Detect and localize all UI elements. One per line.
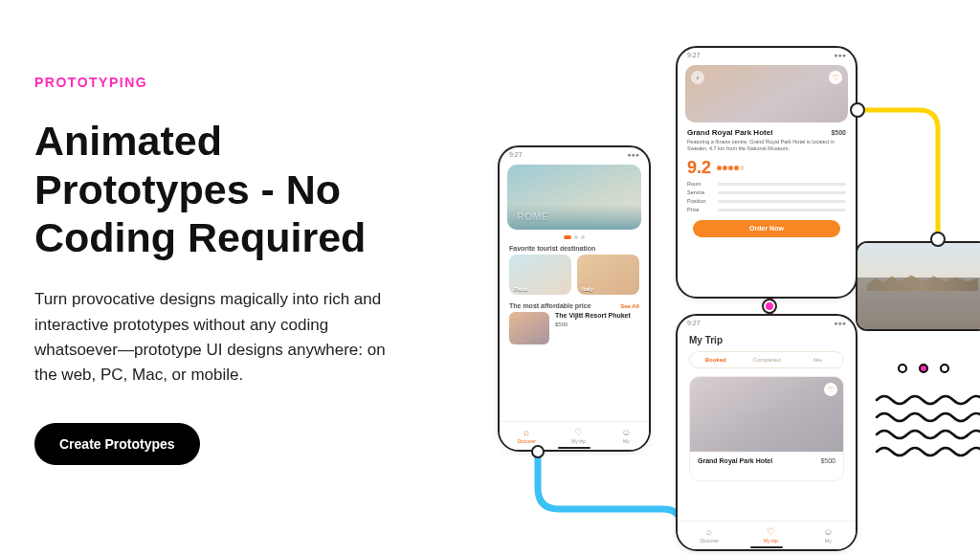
tab-bar: ⌕Discover ♡My trip ☺My	[500, 421, 649, 450]
status-time: 9:27	[687, 52, 701, 58]
tab-discover: ⌕Discover	[701, 527, 719, 544]
param-position-label: Position	[687, 198, 712, 204]
mock-phone-mytrip: 9:27 ●●● My Trip Booked Completed like ♡…	[676, 314, 858, 551]
connector-node	[850, 102, 865, 118]
status-icons: ●●●	[627, 151, 639, 158]
segment-like: like	[792, 357, 843, 363]
hotel-name: The Vijitt Resort Phuket	[555, 312, 631, 319]
rating-stars	[717, 166, 745, 170]
hero-title: ROME	[517, 211, 548, 222]
status-icons: ●●●	[834, 52, 846, 58]
trip-title: My Trip	[689, 335, 844, 345]
segment-completed: Completed	[741, 357, 791, 363]
person-icon: ☺	[823, 527, 833, 537]
hero-image: ROME Get out and stretch your imaginatio…	[507, 165, 641, 230]
home-indicator	[750, 546, 783, 548]
destination-tile-italy: Italy	[577, 255, 639, 295]
hotel-thumb	[509, 312, 549, 344]
create-prototypes-button[interactable]: Create Prototypes	[34, 423, 200, 465]
tile-caption: Italy	[582, 286, 593, 292]
detail-hero-image: ‹ ♡	[685, 65, 848, 122]
tab-my-trip: ♡My trip	[571, 428, 586, 444]
detail-hotel-name: Grand Royal Park Hotel	[687, 128, 772, 137]
status-time: 9:27	[509, 151, 523, 158]
page-headline: Animated Prototypes - No Coding Required	[34, 117, 446, 262]
person-icon: ☺	[621, 428, 631, 437]
trip-card-image: ♡	[690, 377, 843, 452]
section-favorite-label: Favorite tourist destination	[509, 245, 639, 252]
search-icon: ⌕	[523, 428, 529, 437]
tab-discover: ⌕Discover	[518, 428, 536, 444]
order-now-button: Order Now	[693, 220, 840, 237]
pager-dots	[500, 235, 649, 239]
list-item: The Vijitt Resort Phuket $500	[509, 312, 639, 344]
segment-booked: Booked	[690, 357, 741, 363]
status-icons: ●●●	[834, 320, 846, 326]
connector-node	[531, 445, 545, 458]
see-all-link: See All	[620, 303, 639, 309]
tile-caption: Paris	[514, 286, 528, 292]
section-affordable-label: The most affordable price	[509, 302, 591, 309]
trip-card: ♡ Grand Royal Park Hotel $500	[689, 376, 844, 481]
tab-my: ☺My	[823, 527, 833, 544]
tab-my-trip: ♡My trip	[764, 527, 778, 544]
trip-card-name: Grand Royal Park Hotel	[698, 457, 772, 464]
back-icon: ‹	[691, 71, 704, 84]
status-bar: 9:27 ●●●	[678, 48, 856, 61]
heart-icon: ♡	[767, 527, 775, 537]
param-room-label: Room	[687, 181, 712, 187]
mock-phone-discover: 9:27 ●●● ROME Get out and stretch your i…	[498, 145, 651, 452]
hotel-price: $500	[555, 322, 631, 327]
status-time: 9:27	[687, 320, 701, 326]
connector-node	[930, 232, 946, 247]
home-indicator	[558, 447, 590, 449]
page-subcopy: Turn provocative designs magically into …	[34, 287, 398, 388]
param-price-label: Price	[687, 207, 712, 212]
floating-photo-card	[856, 241, 980, 331]
tab-bar: ⌕Discover ♡My trip ☺My	[678, 521, 856, 549]
heart-icon: ♡	[574, 428, 583, 437]
eyebrow-label: PROTOTYPING	[34, 75, 446, 90]
search-icon: ⌕	[706, 527, 712, 537]
status-bar: 9:27 ●●●	[678, 316, 856, 329]
heart-icon: ♡	[829, 71, 842, 84]
trip-card-price: $500	[820, 457, 835, 464]
tab-my: ☺My	[621, 428, 631, 444]
rating-value: 9.2	[687, 158, 711, 178]
param-service-label: Service	[687, 189, 712, 195]
segmented-control: Booked Completed like	[689, 351, 844, 368]
connector-node	[762, 299, 777, 314]
destination-tile-paris: Paris	[509, 255, 571, 295]
illustration-stage: 9:27 ●●● ROME Get out and stretch your i…	[479, 38, 976, 536]
heart-icon: ♡	[824, 383, 837, 396]
detail-hotel-price: $500	[831, 129, 846, 136]
detail-description: Featuring a fitness centre, Grand Royal …	[687, 139, 846, 152]
mock-phone-detail: 9:27 ●●● ‹ ♡ Grand Royal Park Hotel $500…	[676, 46, 858, 299]
status-bar: 9:27 ●●●	[500, 147, 649, 161]
